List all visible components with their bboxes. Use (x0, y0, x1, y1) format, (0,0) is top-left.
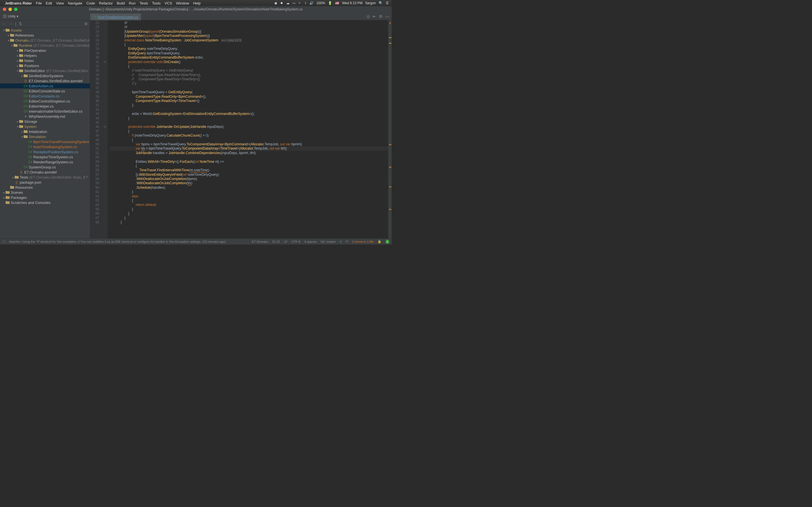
tree-item[interactable]: C#ReceptorPositionSystem.cs (0, 149, 90, 154)
cloud-icon[interactable]: ☁ (286, 1, 290, 5)
tree-item[interactable]: ▸Scenes (0, 190, 90, 195)
minimize-panel-icon[interactable]: — (386, 14, 389, 18)
battery-icon[interactable]: 🔋 (328, 1, 332, 5)
status-git[interactable]: Git: master (320, 240, 336, 243)
tree-item[interactable]: ▸FileOperation (0, 48, 90, 53)
tree-item[interactable]: ▸Packages (0, 195, 90, 200)
menu-tests[interactable]: Tests (140, 1, 148, 5)
tree-item[interactable]: ▸Positions (0, 63, 90, 68)
tree-item[interactable]: {}package.json (0, 180, 90, 185)
menu-help[interactable]: Help (193, 1, 201, 5)
menu-navigate[interactable]: Navigate (68, 1, 82, 5)
search-icon[interactable]: 🔍 (378, 1, 383, 5)
expand-icon[interactable]: ▾ (7, 39, 10, 42)
expand-icon[interactable]: ▾ (2, 29, 6, 32)
error-stripe[interactable]: ● (388, 20, 392, 238)
menu-window[interactable]: Window (176, 1, 189, 5)
code-editor[interactable]: /// /// [UpdateInGroup(typeof(OnmakuSimu… (108, 20, 388, 238)
back-icon[interactable]: ← (2, 22, 6, 26)
expand-icon[interactable]: ▸ (7, 34, 10, 37)
status-project[interactable]: E7.Onmaku (252, 240, 268, 243)
tree-item[interactable]: {}E7.Onmaku.asmdef (0, 170, 90, 175)
tree-item[interactable]: ▸Helpers (0, 53, 90, 58)
tree-item[interactable]: C#SystemGroup.cs (0, 165, 90, 170)
tree-item[interactable]: ▸Tests(E7.Onmaku.SimfileEditor.Tests, E7 (0, 175, 90, 180)
tree-item[interactable]: C#EditorControlSingleton.cs (0, 99, 90, 104)
menu-icon[interactable]: ☰ (386, 1, 389, 5)
menu-build[interactable]: Build (117, 1, 125, 5)
tree-item[interactable]: ▾System (0, 124, 90, 129)
menu-view[interactable]: View (56, 1, 64, 5)
line-gutter[interactable]: 2223242526272829303132333435363738394041… (90, 20, 101, 238)
lock-icon[interactable]: 🔒 (377, 240, 382, 243)
app-name[interactable]: JetBrains Rider (5, 1, 32, 5)
tree-item[interactable]: ▸Storage (0, 119, 90, 124)
forward-icon[interactable]: → (9, 22, 12, 26)
tree-item[interactable]: C#EditorAction.cs (0, 83, 90, 89)
gutter-marks[interactable]: ↑0↑0 (101, 20, 108, 238)
menu-refactor[interactable]: Refactor (99, 1, 113, 5)
clock[interactable]: Wed 6:13 PM (342, 1, 362, 5)
vim-icon[interactable]: V (340, 240, 342, 243)
tree-item[interactable]: ▸Intialization (0, 129, 90, 134)
expand-icon[interactable]: ▾ (20, 135, 24, 138)
expand-icon[interactable]: ▸ (2, 191, 6, 194)
target-icon[interactable]: ◎ (366, 14, 370, 18)
tree-item[interactable]: C#EditorConsoleState.cs (0, 89, 90, 94)
tree-item[interactable]: C#RenderRangeSystem.cs (0, 159, 90, 165)
status-encoding[interactable]: UTF-8 (292, 240, 300, 243)
wifi-icon[interactable]: ᯤ (298, 1, 302, 5)
expand-icon[interactable]: ▸ (16, 49, 19, 52)
expand-icon[interactable]: ▸ (2, 196, 6, 199)
badge-icon[interactable]: 1 (386, 240, 389, 244)
error-indicator-icon[interactable]: ● (389, 21, 391, 25)
bluetooth-icon[interactable]: ᚼ (305, 1, 306, 5)
tree-item[interactable]: C#BpmTimeTravelProcessingSystem (0, 139, 90, 144)
tree-item[interactable]: ▾Onmaku(E7.Onmaku, E7.Onmaku.SimfileEdi (0, 38, 90, 43)
run-config[interactable]: Unity ▾ (3, 14, 18, 18)
expand-icon[interactable]: ▸ (11, 176, 15, 179)
tree-item[interactable]: C#InternalsVisibleToSimfileEditor.cs (0, 109, 90, 114)
tree-item[interactable]: C#EditorConstants.cs (0, 94, 90, 99)
sort-icon[interactable]: ⇅ (19, 22, 22, 26)
tree-item[interactable]: ▸References (0, 33, 90, 38)
battery-label[interactable]: 100% (316, 1, 325, 5)
tree-item[interactable]: C#NoteTimeBakingSystem.cs (0, 144, 90, 149)
tree-item[interactable]: C#EditorHelper.cs (0, 104, 90, 109)
tree-item[interactable]: C#ReceptorTimeSystem.cs (0, 154, 90, 159)
tree-item[interactable]: ▾SimfileEditor(E7.Onmaku.SimfileEditor (0, 68, 90, 73)
tree-item[interactable]: ▸Notes (0, 58, 90, 63)
tool-window-icon[interactable]: ▢ (2, 240, 5, 243)
expand-icon[interactable]: ▸ (16, 120, 19, 123)
menu-code[interactable]: Code (86, 1, 95, 5)
menu-edit[interactable]: Edit (46, 1, 52, 5)
user-label[interactable]: 5argon (365, 1, 376, 5)
tree-item[interactable]: ▾WhyNewAssembly.md (0, 114, 90, 119)
expand-icon[interactable]: ▸ (16, 54, 19, 57)
dropbox-icon[interactable]: ⯁ (280, 1, 283, 5)
menu-tools[interactable]: Tools (152, 1, 160, 5)
tree-item[interactable]: ▾Assets (0, 27, 90, 33)
gear-icon[interactable]: ⚙ (84, 22, 88, 26)
expand-icon[interactable]: ▸ (16, 64, 19, 67)
tree-item[interactable]: Resources (0, 185, 90, 190)
status-line-ending[interactable]: LF (284, 240, 288, 243)
gear-icon[interactable]: ⚙ (379, 14, 383, 18)
menu-run[interactable]: Run (129, 1, 136, 5)
expand-icon[interactable]: ▾ (16, 69, 19, 72)
expand-icon[interactable]: ▸ (16, 59, 19, 62)
tree-item[interactable]: {}E7.Onmaku.SimfileEditor.asmdef (0, 78, 90, 83)
status-indent[interactable]: 4 spaces (304, 240, 317, 243)
expand-icon[interactable]: ▸ (20, 74, 24, 77)
expand-icon[interactable]: ▾ (10, 44, 13, 47)
menu-vcs[interactable]: VCS (165, 1, 172, 5)
status-icon[interactable]: ◉ (274, 1, 277, 5)
status-position[interactable]: 51:21 (272, 240, 280, 243)
expand-icon[interactable]: ▾ (16, 125, 19, 128)
display-icon[interactable]: ▭ (292, 1, 296, 5)
expand-icon[interactable]: ▸ (20, 130, 24, 133)
tree-item[interactable]: ▾Simulation (0, 134, 90, 139)
analyze-icon[interactable]: ⟳ (346, 240, 348, 243)
tree-item[interactable]: Scratches and Consoles (0, 200, 90, 205)
menu-file[interactable]: File (36, 1, 42, 5)
